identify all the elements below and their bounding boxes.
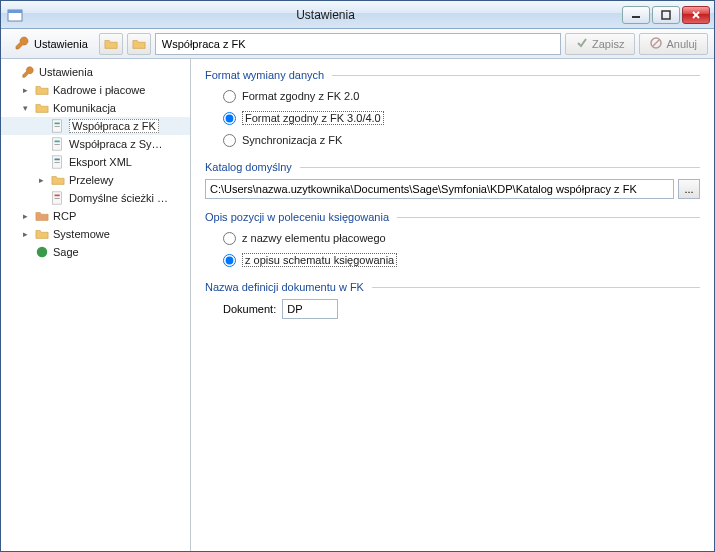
- radio-option[interactable]: Format zgodny z FK 3.0/4.0: [223, 109, 700, 127]
- svg-rect-3: [662, 11, 670, 19]
- chevron-right-icon[interactable]: ▸: [35, 175, 47, 185]
- radio-input[interactable]: [223, 112, 236, 125]
- tree-item[interactable]: ▾Komunikacja: [1, 99, 190, 117]
- toolbar: Ustawienia Zapisz Anuluj: [1, 29, 714, 59]
- tree-root-label: Ustawienia: [39, 66, 93, 78]
- svg-rect-19: [55, 198, 60, 199]
- tree-item[interactable]: Domyślne ścieżki …: [1, 189, 190, 207]
- tree-item[interactable]: Współpraca z Sy…: [1, 135, 190, 153]
- folder-icon: [50, 172, 66, 188]
- dokument-label: Dokument:: [223, 303, 276, 315]
- divider: [372, 287, 700, 288]
- app-icon: [7, 7, 23, 23]
- radio-option[interactable]: Format zgodny z FK 2.0: [223, 87, 700, 105]
- doc-red-icon: [50, 190, 66, 206]
- svg-rect-13: [55, 144, 60, 145]
- tree-item[interactable]: ▸Kadrowe i płacowe: [1, 81, 190, 99]
- toolbar-title-text: Ustawienia: [34, 38, 88, 50]
- group-opis: Opis pozycji w poleceniu księgowania z n…: [205, 211, 700, 269]
- radio-label: Synchronizacja z FK: [242, 134, 342, 146]
- settings-window: Ustawienia Ustawienia Zapisz Anuluj: [0, 0, 715, 552]
- default-path-input[interactable]: [205, 179, 674, 199]
- tree-item-label: Domyślne ścieżki …: [69, 192, 168, 204]
- breadcrumb-input[interactable]: [155, 33, 561, 55]
- chevron-right-icon[interactable]: ▸: [19, 229, 31, 239]
- titlebar: Ustawienia: [1, 1, 714, 29]
- folder-icon: [34, 100, 50, 116]
- radio-option[interactable]: z opisu schematu księgowania: [223, 251, 700, 269]
- svg-rect-15: [55, 159, 60, 161]
- svg-rect-10: [55, 126, 60, 127]
- chevron-right-icon[interactable]: ▸: [19, 211, 31, 221]
- tree-item-label: Współpraca z FK: [69, 119, 159, 133]
- settings-tree[interactable]: Ustawienia ▸Kadrowe i płacowe▾Komunikacj…: [1, 59, 191, 551]
- group-format-title: Format wymiany danych: [205, 69, 324, 81]
- settings-content: Format wymiany danych Format zgodny z FK…: [191, 59, 714, 551]
- radio-input[interactable]: [223, 232, 236, 245]
- chevron-right-icon[interactable]: ▸: [19, 85, 31, 95]
- tree-item-label: Współpraca z Sy…: [69, 138, 163, 150]
- doc-green-icon: [50, 118, 66, 134]
- nav-folder-button-2[interactable]: [127, 33, 151, 55]
- check-icon: [576, 37, 588, 51]
- group-format: Format wymiany danych Format zgodny z FK…: [205, 69, 700, 149]
- radio-label: z opisu schematu księgowania: [242, 253, 397, 267]
- tree-item[interactable]: Eksport XML: [1, 153, 190, 171]
- cancel-button[interactable]: Anuluj: [639, 33, 708, 55]
- tree-item[interactable]: ▸Przelewy: [1, 171, 190, 189]
- group-dokument-title: Nazwa definicji dokumentu w FK: [205, 281, 364, 293]
- divider: [300, 167, 700, 168]
- folder-red-icon: [34, 208, 50, 224]
- cancel-icon: [650, 37, 662, 51]
- tree-item[interactable]: ▸RCP: [1, 207, 190, 225]
- browse-button[interactable]: ...: [678, 179, 700, 199]
- toolbar-title: Ustawienia: [7, 32, 95, 56]
- save-button[interactable]: Zapisz: [565, 33, 635, 55]
- svg-rect-16: [55, 162, 60, 163]
- cancel-button-label: Anuluj: [666, 38, 697, 50]
- tree-item[interactable]: ▸Systemowe: [1, 225, 190, 243]
- svg-rect-12: [55, 141, 60, 143]
- radio-label: z nazwy elementu płacowego: [242, 232, 386, 244]
- radio-option[interactable]: Synchronizacja z FK: [223, 131, 700, 149]
- svg-point-20: [37, 247, 48, 258]
- svg-rect-18: [55, 195, 60, 197]
- folder-icon: [34, 82, 50, 98]
- radio-option[interactable]: z nazwy elementu płacowego: [223, 229, 700, 247]
- tree-item-label: Kadrowe i płacowe: [53, 84, 145, 96]
- maximize-button[interactable]: [652, 6, 680, 24]
- tree-item-label: Przelewy: [69, 174, 114, 186]
- radio-label: Format zgodny z FK 3.0/4.0: [242, 111, 384, 125]
- tree-item-label: RCP: [53, 210, 76, 222]
- nav-folder-button-1[interactable]: [99, 33, 123, 55]
- tree-item-label: Eksport XML: [69, 156, 132, 168]
- tree-item-label: Komunikacja: [53, 102, 116, 114]
- tree-item[interactable]: Sage: [1, 243, 190, 261]
- group-opis-title: Opis pozycji w poleceniu księgowania: [205, 211, 389, 223]
- window-title: Ustawienia: [29, 8, 622, 22]
- svg-rect-9: [55, 123, 60, 125]
- divider: [332, 75, 700, 76]
- group-katalog-title: Katalog domyślny: [205, 161, 292, 173]
- tree-item-label: Sage: [53, 246, 79, 258]
- save-button-label: Zapisz: [592, 38, 624, 50]
- radio-input[interactable]: [223, 134, 236, 147]
- wrench-icon: [14, 35, 30, 53]
- group-katalog: Katalog domyślny ...: [205, 161, 700, 199]
- svg-rect-1: [8, 10, 22, 13]
- doc-green-icon: [50, 136, 66, 152]
- tree-item[interactable]: Współpraca z FK: [1, 117, 190, 135]
- radio-label: Format zgodny z FK 2.0: [242, 90, 359, 102]
- tree-root[interactable]: Ustawienia: [1, 63, 190, 81]
- minimize-button[interactable]: [622, 6, 650, 24]
- radio-input[interactable]: [223, 254, 236, 267]
- wrench-icon: [20, 64, 36, 80]
- close-button[interactable]: [682, 6, 710, 24]
- folder-icon: [34, 226, 50, 242]
- svg-line-7: [653, 40, 659, 46]
- radio-input[interactable]: [223, 90, 236, 103]
- tree-item-label: Systemowe: [53, 228, 110, 240]
- chevron-down-icon[interactable]: ▾: [19, 103, 31, 113]
- dokument-input[interactable]: [282, 299, 338, 319]
- main-split: Ustawienia ▸Kadrowe i płacowe▾Komunikacj…: [1, 59, 714, 551]
